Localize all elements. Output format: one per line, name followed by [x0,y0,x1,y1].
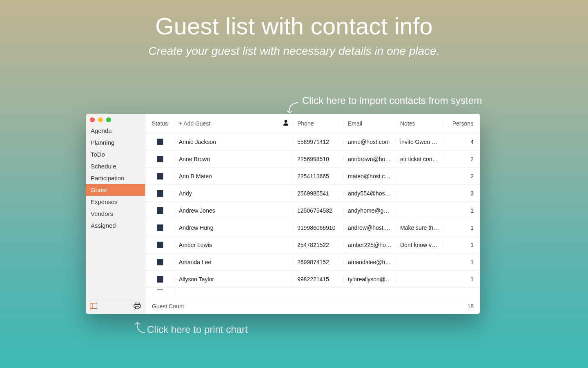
cell-name[interactable]: Andrew Jones [175,207,293,214]
cell-persons[interactable]: 4 [443,139,480,145]
cell-email[interactable]: tyloreallyson@h… [344,276,396,283]
sidebar-item-guest[interactable]: Guest [86,184,145,196]
cell-notes[interactable]: Dont know ven… [396,242,443,248]
cell-email[interactable]: andyhome@gm… [344,207,396,214]
cell-persons[interactable]: 1 [443,207,480,214]
cell-status[interactable] [145,173,175,180]
svg-rect-0 [90,303,97,309]
cell-persons[interactable]: 2 [443,156,480,162]
app-window: AgendaPlanningToDoScheduleParticipationG… [86,114,480,314]
minimize-icon[interactable] [98,117,103,122]
sidebar-item-vendors[interactable]: Vendors [86,208,145,220]
cell-persons[interactable]: 3 [443,190,480,197]
cell-persons[interactable]: 1 [443,259,480,265]
sidebar: AgendaPlanningToDoScheduleParticipationG… [86,114,145,314]
callout-print: Click here to print chart [147,324,248,335]
cell-status[interactable] [145,190,175,197]
table-row[interactable]: Andrew Jones12506754532andyhome@gm…1 [145,202,480,219]
hero-title-strong-2: contact info [311,13,433,39]
table-row[interactable]: Ann B Mateo2254113665mateo@host.com2 [145,168,480,185]
table-row[interactable]: Annie Jackson5589971412anne@host.cominvi… [145,133,480,150]
status-box-icon[interactable] [157,242,163,248]
sidebar-item-assigned[interactable]: Assigned [86,220,145,231]
cell-notes[interactable]: air ticket confir… [396,156,443,162]
table-body[interactable]: Annie Jackson5589971412anne@host.cominvi… [145,133,480,298]
cell-email[interactable]: andrew@host.com [344,224,396,231]
cell-persons[interactable]: 1 [443,242,480,248]
status-box-icon[interactable] [157,276,163,283]
sidebar-item-schedule[interactable]: Schedule [86,160,145,172]
table-row[interactable]: Andrew Hung919986066910andrew@host.comMa… [145,219,480,236]
cell-phone[interactable]: 2569985541 [293,190,344,197]
table-row[interactable]: Amber Lewis2547821522amber225@host…Dont … [145,236,480,254]
cell-name[interactable]: Anne Brown [175,156,293,162]
cell-persons[interactable]: 1 [443,224,480,231]
cell-notes[interactable]: Make sure they… [396,224,443,231]
cell-status[interactable] [145,207,175,214]
cell-status[interactable] [145,259,175,265]
cell-name[interactable]: Andy [175,190,293,197]
header-add-guest[interactable]: + Add Guest [175,120,293,127]
sidebar-item-todo[interactable]: ToDo [86,148,145,160]
status-box-icon[interactable] [157,173,163,180]
hero-title-strong-1: Guest list [155,13,255,39]
cell-name[interactable]: Amanda Lee [175,259,293,265]
header-persons[interactable]: Persons [443,120,480,127]
cell-name[interactable]: Allyson Taylor [175,276,293,283]
cell-email[interactable]: amber225@host… [344,242,396,248]
cell-name[interactable]: Andrew Hung [175,224,293,231]
status-box-icon[interactable] [157,259,163,265]
table-row[interactable]: Andy2569985541andy554@host.com3 [145,185,480,202]
cell-phone[interactable]: 2256998510 [293,156,344,162]
cell-status[interactable] [145,139,175,145]
cell-phone[interactable]: 5589971412 [293,139,344,145]
cell-email[interactable]: anne@host.com [344,139,396,145]
cell-name[interactable]: Ann B Mateo [175,173,293,180]
header-notes[interactable]: Notes [396,120,443,127]
cell-phone[interactable]: 919986066910 [293,224,344,231]
table-row[interactable]: Anne Brown2256998510annbrown@host…air ti… [145,150,480,168]
guest-table: Status + Add Guest Phone Email Notes Per… [145,114,480,314]
import-contacts-icon[interactable] [283,120,289,127]
status-box-icon[interactable] [157,190,163,197]
cell-phone[interactable]: 9982221415 [293,276,344,283]
print-icon[interactable] [134,303,141,311]
sidebar-item-expenses[interactable]: Expenses [86,196,145,208]
cell-phone[interactable]: 12506754532 [293,207,344,214]
status-box-icon[interactable] [157,224,163,231]
cell-phone[interactable]: 2699874152 [293,259,344,265]
cell-name[interactable]: Annie Jackson [175,139,293,145]
cell-status[interactable] [145,276,175,283]
footer-count: 18 [467,303,474,310]
cell-name[interactable]: Amber Lewis [175,242,293,248]
cell-phone[interactable]: 2547821522 [293,242,344,248]
footer-label: Guest Count [152,303,184,310]
zoom-icon[interactable] [106,117,111,122]
cell-status [145,288,175,296]
cell-email[interactable]: annbrown@host… [344,156,396,162]
cell-email[interactable]: amandalee@ho… [344,259,396,265]
cell-persons[interactable]: 2 [443,173,480,180]
sidebar-item-participation[interactable]: Participation [86,172,145,184]
cell-status[interactable] [145,242,175,248]
cell-status[interactable] [145,156,175,162]
cell-notes[interactable]: invite Gwen also [396,139,443,145]
header-email[interactable]: Email [344,120,396,127]
status-box-icon[interactable] [157,139,163,145]
status-box-icon[interactable] [157,207,163,214]
cell-status[interactable] [145,224,175,231]
cell-persons[interactable]: 1 [443,276,480,283]
table-footer: Guest Count 18 [145,298,480,314]
layout-toggle-icon[interactable] [90,303,97,310]
table-row[interactable]: Allyson Taylor9982221415tyloreallyson@h…… [145,271,480,288]
cell-phone[interactable]: 2254113665 [293,173,344,180]
header-phone[interactable]: Phone [293,120,344,127]
sidebar-item-planning[interactable]: Planning [86,137,145,148]
table-row[interactable]: Amanda Lee2699874152amandalee@ho…1 [145,254,480,271]
cell-email[interactable]: mateo@host.com [344,173,396,180]
sidebar-item-agenda[interactable]: Agenda [86,125,145,137]
header-status[interactable]: Status [145,120,175,127]
status-box-icon[interactable] [157,156,163,162]
cell-email[interactable]: andy554@host.com [344,190,396,197]
close-icon[interactable] [90,117,95,122]
